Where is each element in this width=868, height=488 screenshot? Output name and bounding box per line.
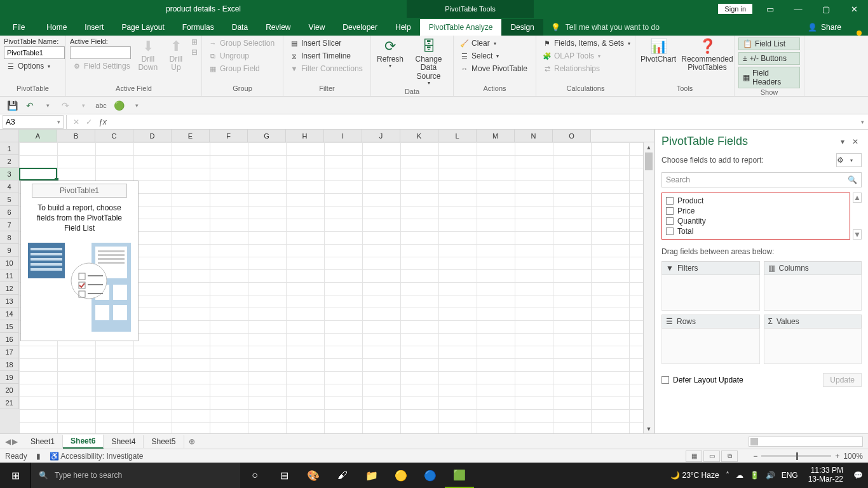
row-header[interactable]: 9 [0, 244, 19, 257]
row-header[interactable]: 20 [0, 384, 19, 396]
options-button[interactable]: ☰Options▾ [4, 60, 53, 72]
redo-icon[interactable]: ↷ [58, 98, 72, 112]
column-header[interactable]: G [248, 130, 286, 142]
taskbar-app-paint[interactable]: 🎨 [299, 463, 328, 488]
tab-review[interactable]: Review [257, 19, 299, 36]
refresh-button[interactable]: ⟳Refresh▾ [375, 37, 405, 71]
fx-icon[interactable]: ƒx [98, 118, 107, 126]
checkbox[interactable] [666, 217, 674, 225]
fields-scroll-up-icon[interactable]: ▲ [853, 193, 862, 203]
select-button[interactable]: ☰Select▾ [458, 50, 530, 62]
chevron-down-icon[interactable]: ▾ [57, 119, 60, 125]
column-header[interactable]: O [553, 130, 591, 142]
sheet-tab[interactable]: Sheet6 [63, 435, 104, 449]
row-header[interactable]: 6 [0, 206, 19, 219]
scrollbar-thumb[interactable] [645, 152, 653, 170]
filter-connections-button[interactable]: ▼Filter Connections [287, 63, 365, 74]
minimize-button[interactable]: — [784, 0, 812, 18]
sheet-tab[interactable]: Sheet1 [23, 435, 63, 448]
pivottable-name-input[interactable] [4, 46, 65, 59]
sheet-nav-first-icon[interactable]: ◀ [5, 437, 11, 446]
field-list-toggle[interactable]: 📋Field List [738, 37, 800, 50]
name-box[interactable]: A3▾ [3, 115, 64, 129]
plus-minus-buttons-toggle[interactable]: ±+/- Buttons [738, 52, 800, 65]
zoom-out-button[interactable]: − [753, 452, 757, 461]
taskbar-app-word[interactable]: 🔵 [416, 463, 445, 488]
tray-battery-icon[interactable]: 🔋 [750, 471, 759, 480]
tell-me-search[interactable]: 💡 Tell me what you want to do [543, 19, 667, 36]
column-header[interactable]: B [57, 130, 95, 142]
group-field-button[interactable]: ▦Group Field [206, 63, 277, 74]
normal-view-button[interactable]: ▦ [686, 451, 702, 462]
change-data-source-button[interactable]: 🗄Change Data Source▾ [408, 37, 449, 88]
column-header[interactable]: M [477, 130, 515, 142]
tray-chevron-icon[interactable]: ˄ [726, 471, 729, 480]
collapse-icon[interactable]: ⊟ [191, 48, 198, 57]
olap-tools-button[interactable]: 🧩OLAP Tools▾ [540, 50, 633, 62]
undo-dropdown-icon[interactable]: ▾ [41, 98, 55, 112]
pending-updates-icon[interactable] [857, 30, 862, 36]
page-break-view-button[interactable]: ⧉ [721, 451, 738, 462]
scroll-down-icon[interactable]: ▼ [644, 424, 654, 433]
close-button[interactable]: ✕ [840, 0, 868, 18]
row-header[interactable]: 5 [0, 193, 19, 206]
active-field-input[interactable] [70, 46, 131, 59]
save-icon[interactable]: 💾 [5, 98, 19, 112]
worksheet-grid[interactable]: A B C D E F G H I J K L M N O 1234567891… [0, 130, 654, 433]
move-pivottable-button[interactable]: ↔Move PivotTable [458, 63, 530, 74]
pane-dropdown-icon[interactable]: ▾ [836, 137, 849, 146]
cortana-icon[interactable]: ○ [240, 463, 269, 488]
pivotchart-button[interactable]: 📊PivotChart [639, 37, 677, 65]
sheet-nav-last-icon[interactable]: ▶ [12, 437, 18, 446]
column-header[interactable]: J [362, 130, 400, 142]
relationships-button[interactable]: ⇄Relationships [540, 63, 633, 74]
ungroup-button[interactable]: ⧉Ungroup [206, 50, 277, 62]
row-header[interactable]: 8 [0, 231, 19, 244]
row-header[interactable]: 14 [0, 308, 19, 320]
tab-home[interactable]: Home [37, 19, 76, 36]
active-cell[interactable] [19, 168, 57, 180]
task-view-icon[interactable]: ⊟ [269, 463, 299, 488]
tab-view[interactable]: View [300, 19, 334, 36]
column-header[interactable]: F [210, 130, 248, 142]
recommended-pivottables-button[interactable]: ❓Recommended PivotTables [680, 37, 735, 74]
scrollbar-thumb[interactable] [750, 438, 758, 445]
tray-clock[interactable]: 11:33 PM 13-Mar-22 [804, 466, 847, 484]
tray-onedrive-icon[interactable]: ☁ [736, 471, 743, 480]
field-item-quantity[interactable]: Quantity [663, 216, 848, 226]
share-button[interactable]: 👤 Share [799, 19, 850, 36]
rows-area[interactable]: ☰Rows [661, 315, 760, 364]
drill-up-button[interactable]: ⬆Drill Up [163, 37, 189, 74]
tab-data[interactable]: Data [223, 19, 257, 36]
pane-layout-button[interactable]: ⚙▾ [836, 153, 862, 167]
sheet-tab[interactable]: Sheet4 [104, 435, 144, 448]
accessibility-button[interactable]: ♿ Accessibility: Investigate [50, 452, 144, 461]
values-area[interactable]: ΣValues [764, 315, 862, 364]
new-sheet-button[interactable]: ⊕ [184, 437, 200, 446]
row-header[interactable]: 15 [0, 320, 19, 333]
tab-pivottable-analyze[interactable]: PivotTable Analyze [420, 19, 502, 36]
column-header[interactable]: I [324, 130, 362, 142]
fields-search-input[interactable]: Search 🔍 [661, 172, 862, 187]
column-header[interactable]: H [286, 130, 324, 142]
select-all-corner[interactable] [0, 130, 19, 142]
expand-formula-bar-icon[interactable]: ▾ [861, 119, 868, 125]
drill-down-button[interactable]: ⬇Drill Down [135, 37, 161, 74]
zoom-slider[interactable] [761, 455, 831, 457]
cancel-formula-icon[interactable]: ✕ [73, 118, 79, 126]
page-layout-view-button[interactable]: ▭ [703, 451, 720, 462]
qat-custom2-icon[interactable]: 🟢 [112, 98, 126, 112]
sheet-tab[interactable]: Sheet5 [144, 435, 184, 448]
row-header[interactable]: 19 [0, 371, 19, 384]
columns-area[interactable]: ▥Columns [764, 261, 862, 311]
row-header[interactable]: 2 [0, 155, 19, 168]
column-header[interactable]: N [515, 130, 553, 142]
macro-record-icon[interactable]: ▮ [36, 452, 41, 461]
clear-button[interactable]: 🧹Clear▾ [458, 37, 530, 49]
tab-help[interactable]: Help [386, 19, 420, 36]
tab-insert[interactable]: Insert [76, 19, 112, 36]
tab-formulas[interactable]: Formulas [173, 19, 223, 36]
row-header[interactable]: 11 [0, 269, 19, 282]
field-item-price[interactable]: Price [663, 206, 848, 216]
tab-developer[interactable]: Developer [334, 19, 386, 36]
